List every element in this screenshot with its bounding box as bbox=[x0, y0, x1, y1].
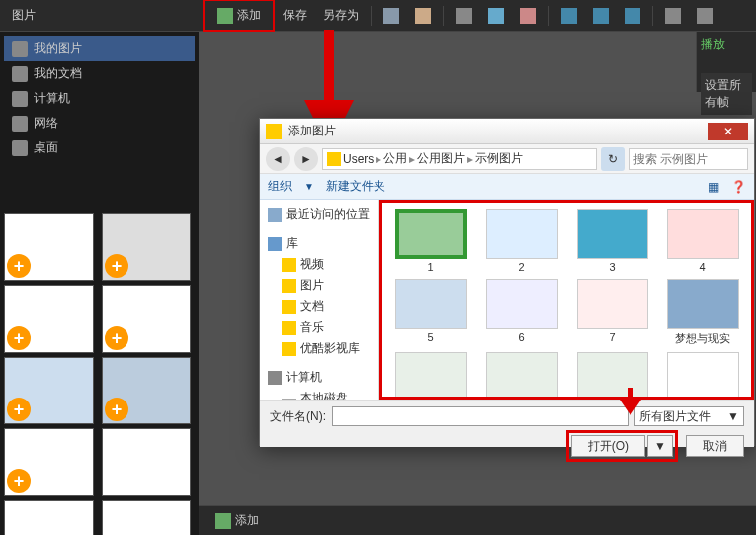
file-item[interactable]: 4 bbox=[660, 209, 745, 273]
cut-button[interactable] bbox=[448, 4, 480, 28]
tree-computer[interactable]: 计算机 bbox=[264, 367, 375, 388]
tree-recent[interactable]: 最近访问的位置 bbox=[264, 204, 375, 225]
tree-label: 库 bbox=[286, 235, 298, 252]
sidebar-item-label: 桌面 bbox=[34, 139, 58, 156]
crumb-part[interactable]: 公用 bbox=[383, 150, 407, 167]
file-thumb bbox=[395, 352, 467, 400]
thumbnail[interactable]: + bbox=[4, 285, 94, 353]
skip-button[interactable] bbox=[617, 4, 648, 28]
nav-forward-button[interactable]: ► bbox=[294, 147, 318, 171]
open-dropdown-button[interactable]: ▼ bbox=[647, 435, 673, 457]
file-item[interactable]: 梦想与现实 bbox=[660, 279, 745, 346]
add-button[interactable]: 添加 bbox=[209, 3, 269, 28]
file-item[interactable]: 梦想与现实 bbox=[479, 352, 564, 400]
cancel-button[interactable]: 取消 bbox=[686, 435, 744, 457]
add-badge-icon: + bbox=[105, 254, 128, 278]
open-label: 打开(O) bbox=[588, 438, 629, 455]
dialog-titlebar: 添加图片 ✕ bbox=[260, 119, 754, 144]
document-icon bbox=[282, 300, 296, 314]
thumbnail[interactable] bbox=[102, 428, 191, 496]
crumb-part[interactable]: 示例图片 bbox=[475, 150, 523, 167]
breadcrumb[interactable]: Users▸ 公用▸ 公用图片▸ 示例图片 bbox=[322, 148, 597, 170]
open-button[interactable]: 打开(O) bbox=[571, 435, 645, 457]
skip-icon bbox=[625, 8, 640, 24]
setall-label[interactable]: 设置所有帧 bbox=[701, 73, 752, 115]
file-item[interactable]: 3 bbox=[570, 209, 654, 273]
file-thumb bbox=[667, 279, 739, 329]
tree-pic[interactable]: 图片 bbox=[278, 275, 375, 296]
separator bbox=[443, 6, 444, 26]
zoom-out-icon bbox=[697, 8, 713, 24]
right-panel: 播放 设置所有帧 bbox=[696, 32, 756, 92]
sidebar-item-network[interactable]: 网络 bbox=[4, 111, 195, 135]
organize-menu[interactable]: 组织 bbox=[268, 178, 292, 195]
app-icon bbox=[266, 124, 282, 139]
print-button[interactable] bbox=[376, 4, 407, 28]
folder-icon bbox=[12, 66, 28, 82]
tree-doc[interactable]: 文档 bbox=[278, 296, 375, 317]
crumb-part[interactable]: 公用图片 bbox=[417, 150, 465, 167]
file-item[interactable]: 1 bbox=[388, 209, 473, 273]
dialog-body: 最近访问的位置 库 视频 图片 文档 音乐 优酷影视库 计算机 本地磁盘 (C:… bbox=[260, 200, 754, 400]
bottom-add-button[interactable]: 添加 bbox=[207, 508, 267, 533]
music-icon bbox=[282, 321, 296, 335]
file-item[interactable]: 6 bbox=[479, 279, 564, 346]
paste-button[interactable] bbox=[512, 4, 544, 28]
filename-input[interactable] bbox=[332, 406, 629, 426]
file-thumb bbox=[577, 209, 648, 259]
search-input[interactable] bbox=[629, 148, 748, 170]
thumbnail[interactable] bbox=[102, 500, 191, 535]
folder-icon bbox=[327, 152, 341, 166]
sidebar-item-computer[interactable]: 计算机 bbox=[4, 86, 195, 111]
play-button[interactable] bbox=[553, 4, 585, 28]
crumb-part[interactable]: Users bbox=[343, 152, 374, 166]
file-thumb bbox=[486, 279, 558, 329]
sidebar-item-my-pictures[interactable]: 我的图片 bbox=[4, 36, 195, 61]
nav-back-button[interactable]: ◄ bbox=[266, 147, 290, 171]
newfolder-button[interactable]: 新建文件夹 bbox=[326, 178, 385, 195]
thumbnail[interactable]: + bbox=[102, 357, 191, 424]
file-item[interactable]: 第二章 少年有梦 bbox=[660, 352, 745, 400]
file-item[interactable]: 梦想与现实 bbox=[388, 352, 473, 400]
next-button[interactable] bbox=[585, 4, 617, 28]
bottom-toolbar: 添加 bbox=[199, 505, 756, 535]
add-badge-icon: + bbox=[7, 326, 31, 350]
refresh-button[interactable]: ↻ bbox=[601, 147, 625, 171]
saveas-button[interactable]: 另存为 bbox=[315, 3, 367, 28]
recent-icon bbox=[268, 208, 282, 222]
file-list-highlight: 1 2 3 4 5 6 7 梦想与现实 梦想与现实 梦想与现实 梦想与现实 第二… bbox=[379, 200, 754, 400]
tree-lib[interactable]: 库 bbox=[264, 233, 375, 254]
save-button[interactable]: 保存 bbox=[275, 3, 315, 28]
filter-label: 所有图片文件 bbox=[639, 408, 711, 425]
copy-button[interactable] bbox=[480, 4, 512, 28]
mail-button[interactable] bbox=[407, 4, 439, 28]
tree-youku[interactable]: 优酷影视库 bbox=[278, 338, 375, 359]
tree-video[interactable]: 视频 bbox=[278, 254, 375, 275]
file-item[interactable]: 7 bbox=[570, 279, 654, 346]
close-button[interactable]: ✕ bbox=[708, 123, 748, 140]
filetype-filter[interactable]: 所有图片文件▼ bbox=[634, 406, 744, 426]
thumbnail[interactable]: + bbox=[4, 357, 94, 424]
help-button[interactable]: ❓ bbox=[731, 180, 746, 194]
file-item[interactable]: 梦想与现实 bbox=[570, 352, 654, 400]
file-item[interactable]: 5 bbox=[388, 279, 473, 346]
file-name: 3 bbox=[570, 261, 654, 273]
thumbnail[interactable]: + bbox=[4, 500, 94, 535]
sidebar-item-desktop[interactable]: 桌面 bbox=[4, 135, 195, 160]
thumbnail[interactable]: + bbox=[4, 428, 94, 496]
thumbnail-strip: + + + + + + + + bbox=[0, 209, 199, 535]
file-name: 4 bbox=[660, 261, 745, 273]
view-button[interactable]: ▦ bbox=[708, 180, 719, 194]
thumbnail[interactable]: + bbox=[102, 285, 191, 353]
tree-drive-c[interactable]: 本地磁盘 (C:) bbox=[278, 388, 375, 400]
sidebar-item-my-docs[interactable]: 我的文档 bbox=[4, 61, 195, 86]
tree-label: 视频 bbox=[300, 256, 324, 273]
thumbnail[interactable]: + bbox=[102, 213, 191, 281]
zoomin-button[interactable] bbox=[657, 4, 689, 28]
play-label[interactable]: 播放 bbox=[701, 36, 752, 53]
file-name: 1 bbox=[388, 261, 473, 273]
zoomout-button[interactable] bbox=[689, 4, 721, 28]
file-item[interactable]: 2 bbox=[479, 209, 564, 273]
tree-music[interactable]: 音乐 bbox=[278, 317, 375, 338]
thumbnail[interactable]: + bbox=[4, 213, 94, 281]
